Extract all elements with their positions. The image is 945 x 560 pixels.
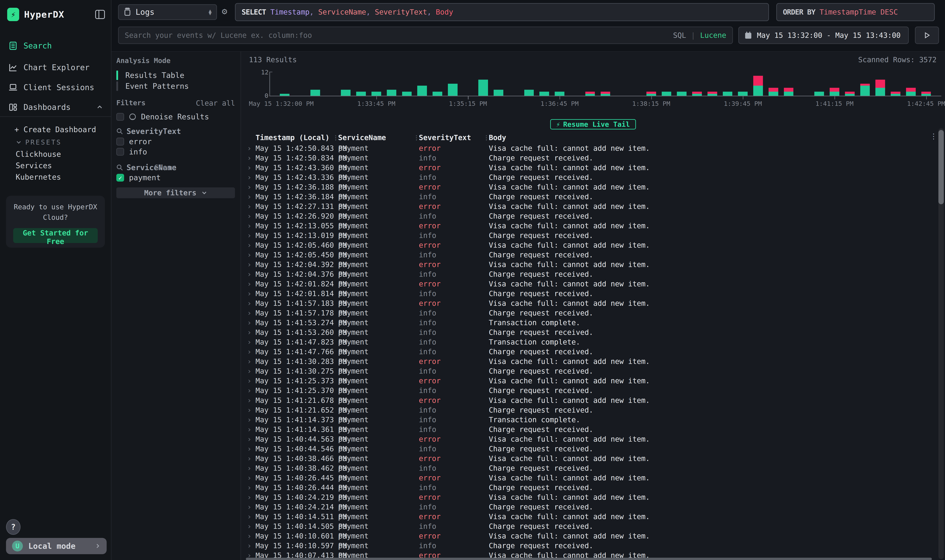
chart-bar[interactable] xyxy=(845,92,855,96)
chart-bar[interactable] xyxy=(876,80,885,96)
table-row[interactable]: ›May 15 1:41:47.823 PMpaymentinfoTransac… xyxy=(246,337,932,347)
chart-bar[interactable] xyxy=(417,86,427,96)
table-row[interactable]: ›May 15 1:42:05.460 PMpaymenterrorVisa c… xyxy=(246,240,932,250)
chart-bar[interactable] xyxy=(540,92,549,96)
chart-bar[interactable] xyxy=(829,88,839,96)
horizontal-scrollbar-thumb[interactable] xyxy=(246,558,932,560)
chart-bar[interactable] xyxy=(356,92,366,96)
chart-bar[interactable] xyxy=(646,92,656,96)
tab-event-patterns[interactable]: Event Patterns xyxy=(116,81,237,91)
table-row[interactable]: ›May 15 1:40:38.466 PMpaymenterrorVisa c… xyxy=(246,454,932,463)
column-header-body[interactable]: Body xyxy=(489,133,932,142)
chart-bar[interactable] xyxy=(448,84,458,96)
get-started-button[interactable]: Get Started for Free xyxy=(13,228,97,243)
table-row[interactable]: ›May 15 1:42:04.392 PMpaymenterrorVisa c… xyxy=(246,260,932,269)
chart-bar[interactable] xyxy=(280,94,290,96)
table-row[interactable]: ›May 15 1:42:01.814 PMpaymentinfoCharge … xyxy=(246,289,932,298)
sidebar-item-search[interactable]: Search xyxy=(0,37,111,54)
table-row[interactable]: ›May 15 1:41:57.183 PMpaymenterrorVisa c… xyxy=(246,298,932,308)
results-chart[interactable]: 12 0 May 15 1:32:00 PM1:33:45 PM1:35:15 … xyxy=(241,64,945,107)
chart-bar[interactable] xyxy=(433,92,442,96)
table-row[interactable]: ›May 15 1:42:01.824 PMpaymenterrorVisa c… xyxy=(246,279,932,289)
table-row[interactable]: ›May 15 1:40:24.214 PMpaymentinfoCharge … xyxy=(246,502,932,512)
sidebar-collapse-icon[interactable] xyxy=(95,10,105,19)
table-row[interactable]: ›May 15 1:42:43.360 PMpaymenterrorVisa c… xyxy=(246,163,932,172)
table-row[interactable]: ›May 15 1:42:13.019 PMpaymentinfoCharge … xyxy=(246,231,932,240)
search-icon[interactable] xyxy=(116,128,123,134)
table-row[interactable]: ›May 15 1:41:21.678 PMpaymenterrorVisa c… xyxy=(246,395,932,405)
create-dashboard-button[interactable]: + Create Dashboard xyxy=(0,123,111,135)
search-icon[interactable] xyxy=(116,164,123,171)
table-row[interactable]: ›May 15 1:41:57.178 PMpaymentinfoCharge … xyxy=(246,308,932,318)
chart-bar[interactable] xyxy=(906,88,916,96)
chart-bar[interactable] xyxy=(723,92,732,96)
table-row[interactable]: ›May 15 1:41:21.652 PMpaymentinfoCharge … xyxy=(246,405,932,415)
presets-toggle[interactable]: PRESETS xyxy=(0,136,111,148)
column-header-severitytext[interactable]: SeverityText xyxy=(419,133,483,142)
table-row[interactable]: ›May 15 1:42:43.336 PMpaymentinfoCharge … xyxy=(246,172,932,182)
chart-bar[interactable] xyxy=(677,92,686,96)
chart-bar[interactable] xyxy=(708,92,717,96)
chart-bar[interactable] xyxy=(402,92,412,96)
chart-bar[interactable] xyxy=(585,92,595,96)
table-row[interactable]: ›May 15 1:42:04.376 PMpaymentinfoCharge … xyxy=(246,269,932,279)
column-resize-handle[interactable]: ⋮ xyxy=(483,134,489,141)
table-row[interactable]: ›May 15 1:42:13.055 PMpaymenterrorVisa c… xyxy=(246,221,932,231)
chart-bar[interactable] xyxy=(921,92,931,96)
table-row[interactable]: ›May 15 1:40:26.444 PMpaymentinfoCharge … xyxy=(246,483,932,492)
gear-icon[interactable]: ⚙ xyxy=(222,6,227,17)
chart-bar[interactable] xyxy=(478,80,488,96)
chart-bar[interactable] xyxy=(692,92,702,96)
order-by-input[interactable]: ORDER BY TimestampTime DESC xyxy=(776,3,935,21)
column-resize-handle[interactable]: ⋮ xyxy=(413,134,419,141)
source-select[interactable]: Logs ▲▼ xyxy=(118,4,217,20)
filter-option-payment[interactable]: ✓ payment xyxy=(116,173,161,183)
table-row[interactable]: ›May 15 1:40:10.597 PMpaymentinfoCharge … xyxy=(246,541,932,551)
table-row[interactable]: ›May 15 1:40:14.505 PMpaymentinfoCharge … xyxy=(246,522,932,531)
table-row[interactable]: ›May 15 1:41:25.373 PMpaymenterrorVisa c… xyxy=(246,376,932,386)
user-menu[interactable]: U Local mode xyxy=(6,538,106,554)
chart-bar[interactable] xyxy=(555,92,564,96)
chart-bar[interactable] xyxy=(387,90,396,96)
chart-bar[interactable] xyxy=(784,88,794,96)
chart-bar[interactable] xyxy=(662,92,671,96)
column-resize-handle[interactable]: ⋮ xyxy=(333,134,338,141)
resume-live-tail-button[interactable]: ⚡ Resume Live Tail xyxy=(550,119,636,129)
chevron-up-icon[interactable] xyxy=(96,104,103,111)
chart-bar[interactable] xyxy=(601,92,610,96)
clear-servicename-button[interactable]: Clear xyxy=(154,163,176,172)
table-row[interactable]: ›May 15 1:42:26.920 PMpaymentinfoCharge … xyxy=(246,211,932,221)
sql-columns-input[interactable]: SELECT Timestamp, ServiceName, SeverityT… xyxy=(235,3,769,21)
table-row[interactable]: ›May 15 1:41:14.361 PMpaymentinfoCharge … xyxy=(246,425,932,434)
search-input[interactable]: Search your events w/ Lucene ex. column:… xyxy=(118,26,733,44)
chart-bar[interactable] xyxy=(891,92,900,96)
chart-bar[interactable] xyxy=(372,92,381,96)
table-options-kebab-icon[interactable]: ⋮ xyxy=(930,132,937,140)
preset-services[interactable]: Services xyxy=(0,160,111,172)
chart-bar[interactable] xyxy=(814,92,824,96)
denoise-checkbox[interactable] xyxy=(116,113,124,121)
payment-checkbox[interactable]: ✓ xyxy=(116,174,124,182)
table-row[interactable]: ›May 15 1:40:38.462 PMpaymentinfoCharge … xyxy=(246,463,932,473)
preset-clickhouse[interactable]: Clickhouse xyxy=(0,148,111,160)
table-row[interactable]: ›May 15 1:42:05.450 PMpaymentinfoCharge … xyxy=(246,250,932,260)
table-row[interactable]: ›May 15 1:40:14.511 PMpaymenterrorVisa c… xyxy=(246,512,932,522)
table-row[interactable]: ›May 15 1:42:50.843 PMpaymenterrorVisa c… xyxy=(246,143,932,153)
table-row[interactable]: ›May 15 1:41:53.274 PMpaymentinfoTransac… xyxy=(246,318,932,328)
info-checkbox[interactable] xyxy=(116,148,124,155)
help-button[interactable]: ? xyxy=(6,519,20,535)
table-row[interactable]: ›May 15 1:41:30.283 PMpaymenterrorVisa c… xyxy=(246,357,932,366)
table-row[interactable]: ›May 15 1:41:30.275 PMpaymentinfoCharge … xyxy=(246,366,932,376)
chart-bar[interactable] xyxy=(769,88,778,96)
table-row[interactable]: ›May 15 1:42:36.188 PMpaymenterrorVisa c… xyxy=(246,182,932,192)
mode-lucene-button[interactable]: Lucene xyxy=(700,31,726,40)
chart-bar[interactable] xyxy=(341,90,350,96)
table-row[interactable]: ›May 15 1:41:25.370 PMpaymentinfoCharge … xyxy=(246,386,932,395)
run-query-button[interactable] xyxy=(915,26,939,44)
filter-option-error[interactable]: error xyxy=(116,137,152,146)
vertical-scrollbar-thumb[interactable] xyxy=(939,130,944,204)
chart-bar[interactable] xyxy=(753,75,763,96)
filter-option-info[interactable]: info xyxy=(116,147,147,157)
table-row[interactable]: ›May 15 1:40:10.601 PMpaymenterrorVisa c… xyxy=(246,531,932,541)
chart-bar[interactable] xyxy=(738,92,748,96)
